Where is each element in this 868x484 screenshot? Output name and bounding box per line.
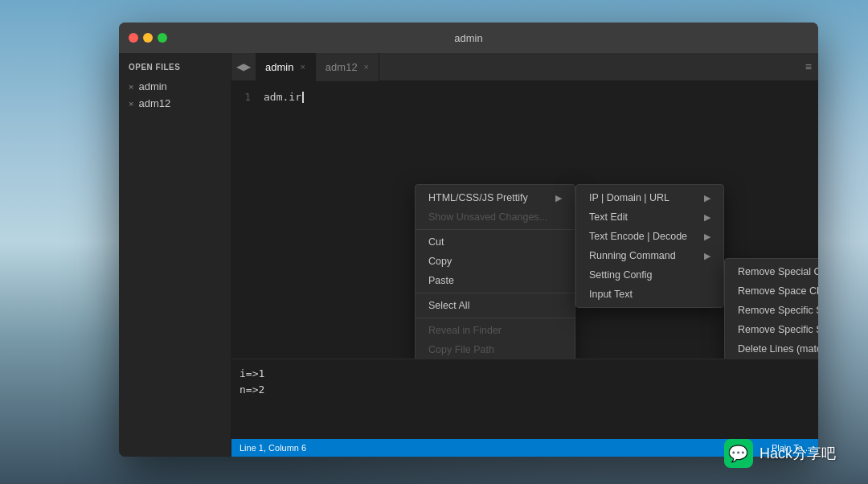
sidebar-item-label: adm12 xyxy=(138,97,170,109)
menu-item-delete-lines[interactable]: Delete Lines (match input) xyxy=(725,339,818,359)
code-area[interactable]: 1 adm.ir HTML/CSS/JS Prettify ▶ Show Uns… xyxy=(231,81,818,359)
menu-item-prettify[interactable]: HTML/CSS/JS Prettify ▶ xyxy=(416,188,575,207)
wechat-icon: 💬 xyxy=(724,439,753,468)
sidebar-item-adm12[interactable]: × adm12 xyxy=(119,95,231,112)
xtools-submenu: IP | Domain | URL ▶ Text Edit ▶ Text Enc… xyxy=(575,184,724,308)
tab-scroll-arrows[interactable]: ◀▶ xyxy=(231,61,256,72)
sidebar-title: OPEN FILES xyxy=(119,59,231,78)
menu-item-copy-path: Copy File Path xyxy=(416,340,575,359)
close-button[interactable] xyxy=(129,33,138,43)
close-icon[interactable]: × xyxy=(129,99,133,109)
tab-close-icon[interactable]: × xyxy=(364,62,369,72)
separator xyxy=(416,229,575,230)
menu-item-running-cmd[interactable]: Running Command ▶ xyxy=(576,246,723,265)
close-icon[interactable]: × xyxy=(129,82,133,92)
textedit-submenu: Remove Special Chars Remove Space Char R… xyxy=(724,258,818,359)
watermark-text: Hack分享吧 xyxy=(760,444,836,463)
menu-item-paste[interactable]: Paste xyxy=(416,271,575,290)
menu-item-input-text[interactable]: Input Text xyxy=(576,285,723,304)
tab-menu-button[interactable]: ≡ xyxy=(799,60,818,73)
editor-main: ◀▶ admin × adm12 × ≡ 1 xyxy=(231,53,818,457)
tab-label: adm12 xyxy=(326,61,358,73)
sidebar: OPEN FILES × admin × adm12 xyxy=(119,53,231,457)
menu-item-reveal-finder: Reveal in Finder xyxy=(416,321,575,340)
status-position: Line 1, Column 6 xyxy=(240,443,306,453)
arrow-icon: ▶ xyxy=(704,193,710,203)
cursor xyxy=(302,92,304,103)
menu-item-remove-specific-bracket[interactable]: Remove Specific String [*] xyxy=(725,301,818,320)
arrow-icon: ▶ xyxy=(704,251,710,261)
tab-close-icon[interactable]: × xyxy=(300,62,305,72)
tab-admin[interactable]: admin × xyxy=(256,53,316,81)
editor-container: OPEN FILES × admin × adm12 ◀▶ admin × ad… xyxy=(119,53,818,457)
separator xyxy=(416,318,575,318)
menu-item-ip-domain[interactable]: IP | Domain | URL ▶ xyxy=(576,188,723,207)
arrow-icon: ▶ xyxy=(704,212,710,223)
tab-label: admin xyxy=(265,61,293,73)
bottom-panel: i=>1 n=>2 xyxy=(231,359,818,439)
menu-item-setting-config[interactable]: Setting Config xyxy=(576,265,723,285)
minimize-button[interactable] xyxy=(143,33,153,43)
watermark: 💬 Hack分享吧 xyxy=(724,439,836,468)
tab-adm12[interactable]: adm12 × xyxy=(316,53,379,81)
traffic-lights xyxy=(119,33,167,43)
code-content: 1 adm.ir xyxy=(231,81,818,113)
maximize-button[interactable] xyxy=(158,33,167,43)
menu-item-cut[interactable]: Cut xyxy=(416,232,575,252)
menu-item-select-all[interactable]: Select All xyxy=(416,296,575,315)
sidebar-item-label: admin xyxy=(138,80,166,92)
menu-item-copy[interactable]: Copy xyxy=(416,252,575,271)
line-numbers: 1 xyxy=(240,89,264,105)
titlebar: admin xyxy=(119,23,818,53)
menu-item-text-edit[interactable]: Text Edit ▶ xyxy=(576,207,723,227)
arrow-icon: ▶ xyxy=(555,193,562,203)
code-lines: adm.ir xyxy=(264,89,818,105)
menu-item-remove-special[interactable]: Remove Special Chars xyxy=(725,262,818,281)
bottom-line-1: i=>1 xyxy=(240,366,810,382)
menu-item-unsaved: Show Unsaved Changes... xyxy=(416,207,575,227)
window-title: admin xyxy=(454,32,482,44)
menu-item-text-encode[interactable]: Text Encode | Decode ▶ xyxy=(576,227,723,246)
separator xyxy=(416,293,575,293)
menu-item-remove-specific-paren[interactable]: Remove Specific String (*) xyxy=(725,320,818,339)
tabs-bar: ◀▶ admin × adm12 × ≡ xyxy=(231,53,818,81)
arrow-icon: ▶ xyxy=(704,232,710,242)
menu-item-remove-space[interactable]: Remove Space Char xyxy=(725,281,818,301)
context-menu: HTML/CSS/JS Prettify ▶ Show Unsaved Chan… xyxy=(415,184,575,359)
sidebar-item-admin[interactable]: × admin xyxy=(119,78,231,95)
code-line-1: adm.ir xyxy=(264,89,818,105)
editor-window: admin OPEN FILES × admin × adm12 ◀▶ admi… xyxy=(119,23,818,457)
bottom-line-2: n=>2 xyxy=(240,382,810,398)
